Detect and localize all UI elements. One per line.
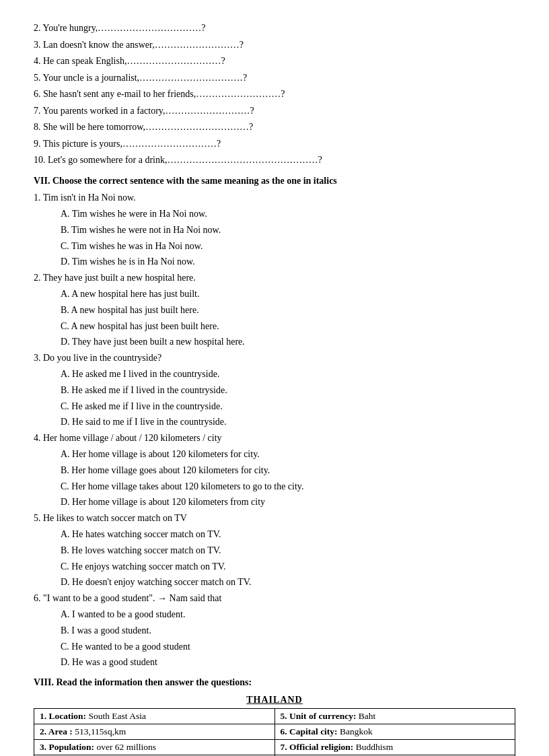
table-cell-currency: 5. Unit of currency: Baht <box>274 709 515 724</box>
section-7: VII. Choose the correct sentence with th… <box>34 173 515 671</box>
q2-optD: D. They have just been built a new hospi… <box>61 334 515 350</box>
q1-optA: A. Tim wishes he were in Ha Noi now. <box>61 206 515 222</box>
item-7: 7. You parents worked in a factory,……………… <box>34 103 515 120</box>
q1-optB: B. Tim wishes he were not in Ha Noi now. <box>61 222 515 238</box>
item-3: 3. Lan doesn't know the answer,………………………… <box>34 37 515 54</box>
question-5: 5. He likes to watch soccer match on TV <box>34 510 515 526</box>
page-content: 2. You're hungry,……………………………? 3. Lan doe… <box>34 20 515 756</box>
question-4: 4. Her home village / about / 120 kilome… <box>34 430 515 446</box>
q5-optC: C. He enjoys watching soccer match on TV… <box>61 559 515 575</box>
q2-optA: A. A new hospital here has just built. <box>61 286 515 302</box>
q6-optD: D. He was a good student <box>61 654 515 671</box>
item-8: 8. She will be here tomorrow,……………………………… <box>34 119 515 136</box>
table-cell-capital: 6. Capital city: Bangkok <box>274 724 515 740</box>
section-8-title: VIII. Read the information then answer t… <box>34 675 515 691</box>
section-8: VIII. Read the information then answer t… <box>34 675 515 756</box>
item-4: 4. He can speak English,…………………………? <box>34 53 515 70</box>
q2-optC: C. A new hospital has just been built he… <box>61 318 515 335</box>
item-6: 6. She hasn't sent any e-mail to her fri… <box>34 86 515 103</box>
q3-optD: D. He said to me if I live in the countr… <box>61 414 515 430</box>
q5-optD: D. He doesn't enjoy watching soccer matc… <box>61 574 515 590</box>
table-row-3: 3. Population: over 62 millions 7. Offic… <box>34 740 515 755</box>
table-cell-religion: 7. Official religion: Buddhism <box>274 740 515 755</box>
thailand-table: 1. Location: South East Asia 5. Unit of … <box>34 708 515 756</box>
q6-optC: C. He wanted to be a good student <box>61 639 515 655</box>
table-cell-area: 2. Area : 513,115sq,km <box>34 724 275 740</box>
q2-optB: B. A new hospital has just built here. <box>61 302 515 318</box>
q1-optC: C. Tim wishes he was in Ha Noi now. <box>61 238 515 254</box>
item-9: 9. This picture is yours,…………………………? <box>34 136 515 153</box>
q3-optB: B. He asked me if I lived in the country… <box>61 382 515 399</box>
section-7-title: VII. Choose the correct sentence with th… <box>34 173 515 189</box>
q4-optD: D. Her home village is about 120 kilomet… <box>61 494 515 510</box>
numbered-list: 2. You're hungry,……………………………? 3. Lan doe… <box>34 20 515 169</box>
q5-optB: B. He loves watching soccer match on TV. <box>61 543 515 559</box>
table-row-1: 1. Location: South East Asia 5. Unit of … <box>34 709 515 724</box>
item-10: 10. Let's go somewhere for a drink,……………… <box>34 152 515 169</box>
q4-optC: C. Her home village takes about 120 kilo… <box>61 479 515 495</box>
table-cell-population: 3. Population: over 62 millions <box>34 740 275 755</box>
question-2: 2. They have just built a new hospital h… <box>34 270 515 286</box>
question-1: 1. Tim isn't in Ha Noi now. <box>34 190 515 206</box>
q3-optC: C. He asked me if I live in the countrys… <box>61 399 515 415</box>
q6-optB: B. I was a good student. <box>61 623 515 639</box>
q5-optA: A. He hates watching soccer match on TV. <box>61 526 515 543</box>
item-2: 2. You're hungry,……………………………? <box>34 20 515 37</box>
q4-optB: B. Her home village goes about 120 kilom… <box>61 462 515 479</box>
q4-optA: A. Her home village is about 120 kilomet… <box>61 446 515 462</box>
table-row-2: 2. Area : 513,115sq,km 6. Capital city: … <box>34 724 515 740</box>
q3-optA: A. He asked me I lived in the countrysid… <box>61 366 515 382</box>
item-5: 5. Your uncle is a journalist,…………………………… <box>34 70 515 87</box>
question-6: 6. "I want to be a good student". → Nam … <box>34 590 515 607</box>
q1-optD: D. Tim wishes he is in Ha Noi now. <box>61 254 515 270</box>
q6-optA: A. I wanted to be a good student. <box>61 607 515 623</box>
table-cell-location: 1. Location: South East Asia <box>34 709 275 724</box>
question-3: 3. Do you live in the countryside? <box>34 350 515 366</box>
thailand-title: THAILAND <box>34 695 515 706</box>
